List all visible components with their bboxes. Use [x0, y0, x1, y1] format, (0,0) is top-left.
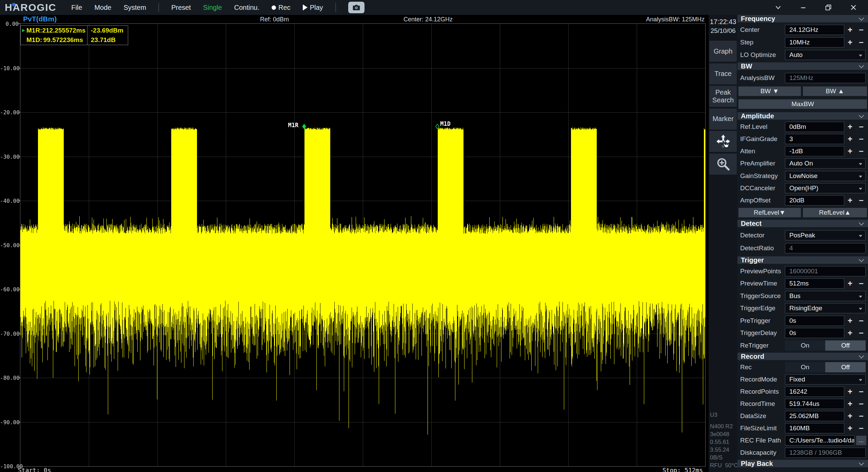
center-field[interactable]: 24.12GHz — [785, 25, 844, 35]
menu-item-system[interactable]: System — [123, 4, 146, 12]
recordpoints-increment-button[interactable]: + — [846, 387, 854, 397]
pan-tool-button[interactable] — [709, 131, 737, 152]
section-header-detect[interactable]: Detect — [737, 220, 868, 227]
pretrigger-field[interactable]: 0s — [785, 316, 844, 326]
rec-file-path-field[interactable]: C:/Users/Te...tudio4/data — [785, 435, 854, 446]
center-increment-button[interactable]: + — [846, 25, 854, 35]
tool-button-graph[interactable]: Graph — [709, 41, 737, 62]
lo-optimize-select[interactable]: Auto — [785, 50, 866, 60]
section-play-back: Play Back — [737, 460, 868, 472]
recordpoints-field[interactable]: 16242 — [785, 387, 844, 397]
triggerdelay-decrement-button[interactable]: − — [857, 328, 865, 338]
recordtime-increment-button[interactable]: + — [846, 399, 854, 409]
zoom-in-tool-button[interactable] — [709, 154, 737, 175]
recordtime-decrement-button[interactable]: − — [857, 399, 865, 409]
step-field[interactable]: 10MHz — [785, 37, 844, 47]
datasize-decrement-button[interactable]: − — [857, 411, 865, 421]
detector-select[interactable]: PosPeak — [785, 230, 866, 240]
rec-file-path-browse-button[interactable]: ... — [856, 436, 866, 445]
atten-increment-button[interactable]: + — [846, 146, 854, 156]
datasize-increment-button[interactable]: + — [846, 411, 854, 421]
previewtime-increment-button[interactable]: + — [846, 278, 854, 289]
section-header-bw[interactable]: BW — [737, 62, 868, 70]
triggersource-select[interactable]: Bus — [785, 291, 866, 301]
section-header-record[interactable]: Record — [737, 353, 868, 360]
y-tick-mark — [18, 156, 20, 157]
triggeredge-select[interactable]: RisingEdge — [785, 303, 866, 313]
bw-button[interactable]: BW ▼ — [738, 86, 801, 96]
section-header-trigger[interactable]: Trigger — [737, 256, 868, 264]
active-marker-arrow-icon — [22, 29, 25, 32]
datasize-field[interactable]: 25.062MB — [785, 411, 844, 421]
filesizelimit-field[interactable]: 160MB — [785, 423, 844, 433]
pretrigger-decrement-button[interactable]: − — [857, 316, 865, 326]
triggerdelay-increment-button[interactable]: + — [846, 328, 854, 338]
pvt-plot[interactable]: M1R: 212.255572ms -23.69dBm M1D: 99.5722… — [20, 23, 706, 467]
status-line-n400-r2: N400 R2 — [710, 422, 738, 430]
dropdown-caret-icon — [859, 379, 862, 381]
recordmode-select[interactable]: Fixed — [785, 374, 866, 385]
maxbw-button[interactable]: MaxBW — [738, 99, 867, 109]
ifgaingrade-field[interactable]: 3 — [785, 134, 844, 144]
reflevel-button[interactable]: RefLevel▼ — [738, 208, 801, 217]
marker-diamond-m1r[interactable] — [302, 124, 306, 131]
section-header-amplitude[interactable]: Amplitude — [737, 112, 868, 120]
retrigger-on-option[interactable]: On — [785, 340, 825, 351]
menu-item-rec[interactable]: Rec — [272, 4, 291, 12]
step-decrement-button[interactable]: − — [857, 37, 865, 47]
triggerdelay-field[interactable]: 0s — [785, 328, 844, 338]
previewtime-field[interactable]: 512ms — [785, 278, 844, 289]
marker-diamond-m1d[interactable] — [435, 124, 439, 131]
y-tick-label: -90.00 — [0, 419, 19, 426]
step-increment-button[interactable]: + — [846, 37, 854, 47]
menu-item-file[interactable]: File — [71, 4, 82, 12]
dccanceler-select[interactable]: Open(HP) — [785, 183, 866, 193]
rec-off-option[interactable]: Off — [825, 362, 866, 372]
section-header-play-back[interactable]: Play Back — [737, 460, 868, 467]
pretrigger-increment-button[interactable]: + — [846, 316, 854, 326]
ref-level-decrement-button[interactable]: − — [857, 122, 865, 132]
collapse-button[interactable] — [766, 0, 791, 15]
retrigger-off-option[interactable]: Off — [825, 340, 866, 351]
status-line-rfu-50-c: RFU 50°C — [710, 461, 738, 469]
ifgaingrade-decrement-button[interactable]: − — [857, 134, 865, 144]
filesizelimit-increment-button[interactable]: + — [846, 423, 854, 433]
y-tick-label: -10.00 — [0, 65, 19, 72]
ampoffset-field[interactable]: 20dB — [785, 195, 844, 205]
menu-item-preset[interactable]: Preset — [171, 4, 191, 12]
menu-item-label: System — [123, 4, 146, 12]
recordpoints-decrement-button[interactable]: − — [857, 387, 865, 397]
ref-level-field[interactable]: 0dBm — [785, 122, 844, 132]
previewtime-decrement-button[interactable]: − — [857, 278, 865, 289]
reflevel-button[interactable]: RefLevel▲ — [803, 208, 867, 217]
rec-on-option[interactable]: On — [785, 362, 825, 372]
section-frequency: FrequencyCenter24.12GHz+−Step10MHz+−LO O… — [737, 15, 868, 62]
menu-item-single[interactable]: Single — [203, 4, 222, 12]
side-toolbar: 17:22:43 25/10/06 GraphTracePeak SearchM… — [709, 15, 737, 472]
ref-level-increment-button[interactable]: + — [846, 122, 854, 132]
tool-button-trace[interactable]: Trace — [709, 63, 737, 84]
screenshot-camera-button[interactable] — [348, 2, 364, 13]
bw-button[interactable]: BW ▲ — [803, 86, 867, 96]
section-header-frequency[interactable]: Frequency — [737, 15, 868, 22]
tool-button-peak-search[interactable]: Peak Search — [709, 86, 737, 107]
menu-item-play[interactable]: Play — [303, 4, 323, 12]
ampoffset-increment-button[interactable]: + — [846, 195, 854, 205]
restore-button[interactable] — [816, 0, 841, 15]
close-button[interactable] — [841, 0, 866, 15]
recordtime-field[interactable]: 519.744us — [785, 399, 844, 409]
center-decrement-button[interactable]: − — [857, 25, 865, 35]
menu-item-mode[interactable]: Mode — [94, 4, 111, 12]
menu-item-continu[interactable]: Continu. — [234, 4, 260, 12]
atten-field[interactable]: -1dB — [785, 146, 844, 156]
preamplifier-select[interactable]: Auto On — [785, 158, 866, 169]
ampoffset-decrement-button[interactable]: − — [857, 195, 865, 205]
ifgaingrade-increment-button[interactable]: + — [846, 134, 854, 144]
gainstrategy-select[interactable]: LowNoise — [785, 171, 866, 181]
atten-decrement-button[interactable]: − — [857, 146, 865, 156]
minimize-button[interactable] — [791, 0, 816, 15]
tool-button-marker[interactable]: Marker — [709, 109, 737, 130]
filesizelimit-decrement-button[interactable]: − — [857, 423, 865, 433]
field-label-preamplifier: PreAmplifier — [740, 160, 775, 167]
field-label-rec-file-path: REC File Path — [740, 437, 781, 444]
